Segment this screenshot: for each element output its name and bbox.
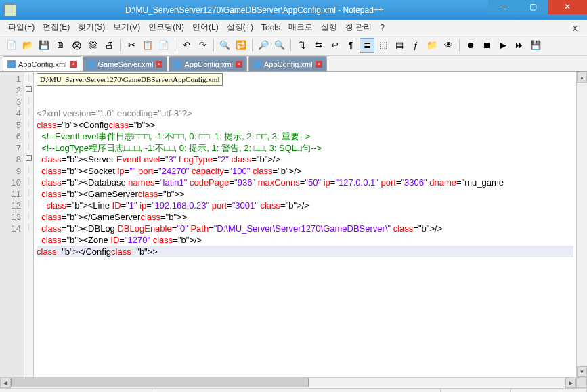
sync-hscroll-icon[interactable]: ⇆ <box>311 38 326 53</box>
tab-close-icon[interactable]: × <box>236 61 242 68</box>
code-line[interactable]: class="b"><Server EventLevel="3" LogType… <box>37 154 573 165</box>
tab-close-icon[interactable]: × <box>70 61 77 68</box>
code-line[interactable] <box>37 257 573 269</box>
close-all-icon[interactable]: ⨷ <box>85 38 100 53</box>
menu-file[interactable]: 파일(F) <box>4 20 39 35</box>
scroll-track[interactable] <box>309 378 565 388</box>
code-line[interactable]: class="b"><Line ID="1" ip="192.168.0.23"… <box>37 200 573 211</box>
fold-cell[interactable]: │ <box>24 141 33 152</box>
open-file-icon[interactable]: 📂 <box>20 38 35 53</box>
replace-icon[interactable]: 🔁 <box>234 38 248 53</box>
tab-appconfig-3[interactable]: AppConfig.xml × <box>248 56 327 71</box>
fold-cell[interactable]: − <box>24 83 33 95</box>
user-lang-icon[interactable]: ⬚ <box>376 38 391 53</box>
indent-guide-icon[interactable]: ≣ <box>360 38 374 53</box>
print-icon[interactable]: 🖨 <box>102 38 116 53</box>
menu-edit[interactable]: 편집(E) <box>39 20 74 35</box>
editor-area[interactable]: 1234567891011121314 │−│││││−││││││ D:\MU… <box>0 72 587 377</box>
code-line[interactable]: class="b"><DBLog DBLogEnable="0" Path="D… <box>37 223 573 234</box>
zoom-in-icon[interactable]: 🔎 <box>256 38 271 53</box>
menu-close-doc[interactable]: x <box>567 22 583 33</box>
save-macro-icon[interactable]: 💾 <box>528 38 543 53</box>
fold-cell[interactable]: │ <box>24 221 33 233</box>
menu-settings[interactable]: 설정(T) <box>223 20 257 35</box>
close-file-icon[interactable]: ⨂ <box>69 38 84 53</box>
tab-close-icon[interactable]: × <box>316 61 322 68</box>
code-line[interactable]: class="b"><Database names="latin1" codeP… <box>37 177 573 188</box>
fold-cell[interactable]: │ <box>24 175 33 187</box>
code-line[interactable]: <?xml version="1.0" encoding="utf-8"?> <box>37 108 573 119</box>
scroll-right-arrow-icon[interactable]: ▶ <box>565 378 576 388</box>
status-mode[interactable]: INS <box>563 389 587 392</box>
scroll-up-arrow-icon[interactable]: ▲ <box>577 72 587 83</box>
scroll-down-arrow-icon[interactable]: ▼ <box>577 366 587 377</box>
tab-appconfig-2[interactable]: AppConfig.xml × <box>169 56 247 71</box>
new-file-icon[interactable]: 📄 <box>4 38 19 53</box>
minimize-button[interactable]: ─ <box>488 0 518 14</box>
code-line[interactable]: class="b"></GameServerclass="b">> <box>37 211 573 223</box>
menu-view[interactable]: 보기(V) <box>109 20 144 35</box>
code-line[interactable]: class="b"><Configclass="b">> <box>37 119 573 131</box>
close-button[interactable]: ✕ <box>548 0 587 14</box>
menu-macro[interactable]: 매크로 <box>284 20 317 35</box>
maximize-button[interactable]: ▢ <box>518 0 548 14</box>
fold-cell[interactable]: │ <box>24 198 33 210</box>
monitor-icon[interactable]: 👁 <box>441 38 456 53</box>
play-macro-icon[interactable]: ▶ <box>496 38 510 53</box>
paste-icon[interactable]: 📄 <box>156 38 171 53</box>
scroll-track[interactable] <box>577 83 587 366</box>
menu-help[interactable]: ? <box>376 22 389 34</box>
find-icon[interactable]: 🔍 <box>217 38 232 53</box>
tab-close-icon[interactable]: × <box>156 61 162 68</box>
code-line[interactable]: class="b"><Socket ip="" port="24270" cap… <box>37 165 573 177</box>
tab-appconfig-1[interactable]: AppConfig.xml × <box>3 56 81 71</box>
menu-search[interactable]: 찾기(S) <box>74 20 109 35</box>
tab-gameserver[interactable]: GameServer.xml × <box>83 56 168 71</box>
menu-run[interactable]: 실행 <box>317 20 341 35</box>
fold-toggle-icon[interactable]: − <box>26 155 32 161</box>
fold-column[interactable]: │−│││││−││││││ <box>24 72 34 377</box>
zoom-out-icon[interactable]: 🔍 <box>272 38 287 53</box>
fold-cell[interactable]: │ <box>24 129 33 141</box>
sync-vscroll-icon[interactable]: ⇅ <box>295 38 309 53</box>
play-multi-icon[interactable]: ⏭ <box>512 38 527 53</box>
fold-toggle-icon[interactable]: − <box>26 86 32 92</box>
menu-window[interactable]: 창 관리 <box>341 20 376 35</box>
show-all-chars-icon[interactable]: ¶ <box>343 38 358 53</box>
code-line[interactable]: class="b"></Configclass="b">> <box>37 246 573 257</box>
status-eol[interactable]: Windows (CR LF) <box>441 389 511 392</box>
code-line[interactable]: <!--EventLevel事件日志□□□, -1:不□□, 0: □□, 1:… <box>37 131 573 142</box>
code-line[interactable]: class="b"><Zone ID="1270" class="b">/> <box>37 234 573 246</box>
code-line[interactable]: <!--LogType程序日志□□□, -1:不□□, 0: 提示, 1: 警告… <box>37 142 573 154</box>
fold-cell[interactable]: │ <box>24 164 33 175</box>
cut-icon[interactable]: ✂ <box>124 38 139 53</box>
status-encoding[interactable]: UTF-8-BOM <box>511 389 563 392</box>
save-icon[interactable]: 💾 <box>37 38 51 53</box>
save-all-icon[interactable]: 🗎 <box>53 38 68 53</box>
doc-map-icon[interactable]: ▤ <box>392 38 407 53</box>
scroll-thumb[interactable] <box>11 378 309 387</box>
fold-cell[interactable]: │ <box>24 210 33 221</box>
horizontal-scrollbar[interactable]: ◀ ▶ <box>0 377 587 388</box>
scroll-left-arrow-icon[interactable]: ◀ <box>0 378 11 388</box>
menu-encoding[interactable]: 인코딩(N) <box>144 20 188 35</box>
fold-cell[interactable]: │ <box>24 187 33 198</box>
code-line[interactable]: class="b"><GameServerclass="b">> <box>37 188 573 200</box>
copy-icon[interactable]: 📋 <box>140 38 155 53</box>
wordwrap-icon[interactable]: ↩ <box>327 38 342 53</box>
vertical-scrollbar[interactable]: ▲ ▼ <box>576 72 587 377</box>
fold-cell[interactable]: │ <box>24 106 33 118</box>
folder-workspace-icon[interactable]: 📁 <box>425 38 439 53</box>
undo-icon[interactable]: ↶ <box>179 38 194 53</box>
record-macro-icon[interactable]: ⏺ <box>463 38 478 53</box>
menu-tools[interactable]: Tools <box>257 22 284 34</box>
fold-cell[interactable]: │ <box>24 95 33 106</box>
menu-language[interactable]: 언어(L) <box>188 20 223 35</box>
function-list-icon[interactable]: ƒ <box>408 38 423 53</box>
fold-cell[interactable]: │ <box>24 72 33 83</box>
redo-icon[interactable]: ↷ <box>195 38 210 53</box>
fold-cell[interactable]: │ <box>24 118 33 129</box>
fold-cell[interactable]: − <box>24 152 33 164</box>
code-area[interactable]: D:\MU_Server\Server1270\GameDBServer\App… <box>34 72 576 377</box>
stop-macro-icon[interactable]: ⏹ <box>479 38 494 53</box>
